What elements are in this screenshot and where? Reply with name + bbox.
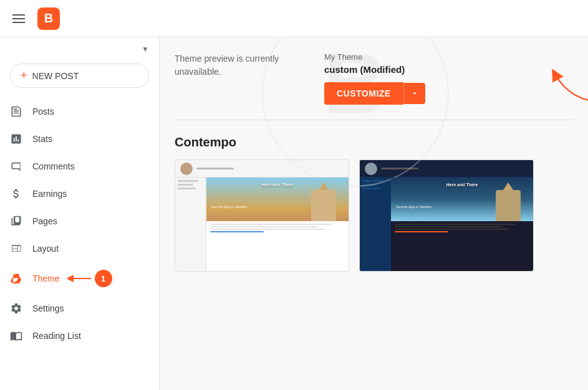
sidebar-item-reading-list-label: Reading List <box>32 331 81 341</box>
sidebar-item-theme[interactable]: Theme 1 <box>0 262 149 295</box>
plus-icon: + <box>21 69 27 82</box>
new-post-label: NEW POST <box>32 71 79 81</box>
card-main-light: Here and There Summer days in Santorini <box>206 178 349 271</box>
comments-icon <box>10 160 22 173</box>
chevron-down-icon[interactable]: ▼ <box>142 45 149 54</box>
sidebar-item-settings-label: Settings <box>32 303 64 313</box>
hamburger-menu[interactable] <box>7 9 30 28</box>
arrow-annotation-2: 2 <box>549 65 588 117</box>
card-header-dark <box>360 160 533 178</box>
sidebar-item-posts[interactable]: Posts <box>0 98 149 125</box>
my-theme-info: My Theme custom (Modified) CUSTOMIZE <box>324 52 425 105</box>
card-hero-title-dark: Here and There <box>446 183 478 187</box>
svg-rect-1 <box>12 224 20 226</box>
sidebar-item-pages-label: Pages <box>32 216 57 226</box>
theme-preview-card-dark[interactable]: Here and There Summer days in Santorini <box>359 159 534 272</box>
settings-icon <box>10 302 22 315</box>
card-hero-subtitle-light: Summer days in Santorini <box>211 205 247 209</box>
sidebar-item-layout[interactable]: Layout <box>0 235 149 262</box>
card-hero-dark: Here and There Summer days in Santorini <box>391 178 533 221</box>
blogger-logo[interactable]: B <box>37 7 60 30</box>
sidebar-item-comments-label: Comments <box>32 161 75 171</box>
card-text-area-light <box>206 221 349 236</box>
pages-icon <box>10 215 22 227</box>
sidebar-item-reading-list[interactable]: Reading List <box>0 322 149 350</box>
contempo-section: Contempo <box>175 135 573 272</box>
theme-preview-card-light[interactable]: Here and There Summer days in Santorini <box>175 159 349 272</box>
avatar-dark <box>365 163 377 175</box>
card-body-dark: Here and There Summer days in Santorini <box>360 178 533 271</box>
card-header-light <box>175 160 349 178</box>
layout-icon <box>10 242 22 255</box>
my-theme-name: custom (Modified) <box>324 64 425 75</box>
card-title-area <box>196 168 234 169</box>
customize-button[interactable]: CUSTOMIZE <box>324 82 403 105</box>
new-post-button[interactable]: + NEW POST <box>10 64 149 88</box>
posts-icon <box>10 105 22 118</box>
card-hero-light: Here and There Summer days in Santorini <box>206 178 349 221</box>
theme-previews: Here and There Summer days in Santorini <box>175 159 573 272</box>
content-area: Theme preview is currently unavailable. … <box>160 37 588 390</box>
building-dark <box>496 190 521 221</box>
svg-rect-0 <box>12 218 13 226</box>
card-hero-subtitle-dark: Summer days in Santorini <box>396 205 431 209</box>
theme-preview-section: Theme preview is currently unavailable. … <box>175 52 573 120</box>
sidebar-item-layout-label: Layout <box>32 244 59 254</box>
sidebar-item-stats-label: Stats <box>32 134 52 144</box>
theme-icon <box>10 272 22 285</box>
sidebar-item-pages[interactable]: Pages <box>0 207 149 235</box>
theme-arrow-container: Theme 1 <box>32 270 112 287</box>
top-bar: B <box>0 0 588 37</box>
sidebar: ▼ + NEW POST Posts Stats Comments <box>0 37 160 390</box>
building-light <box>311 190 336 221</box>
preview-unavailable-text: Theme preview is currently unavailable. <box>175 52 299 78</box>
card-text-area-dark <box>391 221 533 236</box>
sidebar-item-earnings-label: Earnings <box>32 189 67 199</box>
card-title-area-dark <box>381 168 418 169</box>
chevron-down-icon <box>410 89 419 98</box>
earnings-icon <box>10 188 22 200</box>
main-layout: ▼ + NEW POST Posts Stats Comments <box>0 37 588 390</box>
sidebar-item-posts-label: Posts <box>32 107 54 117</box>
sidebar-item-settings[interactable]: Settings <box>0 295 149 322</box>
sidebar-item-comments[interactable]: Comments <box>0 153 149 180</box>
card-body-light: Here and There Summer days in Santorini <box>175 178 349 271</box>
avatar-light <box>180 163 193 175</box>
my-theme-label: My Theme <box>324 52 425 62</box>
sidebar-item-earnings[interactable]: Earnings <box>0 180 149 207</box>
arrow-left-icon <box>67 272 92 285</box>
sidebar-item-stats[interactable]: Stats <box>0 125 149 153</box>
card-sidebar-dark <box>360 178 391 271</box>
sidebar-dropdown[interactable]: ▼ <box>0 42 159 59</box>
customize-btn-group: CUSTOMIZE <box>324 82 425 105</box>
customize-dropdown-button[interactable] <box>403 83 425 104</box>
card-hero-title-light: Here and There <box>262 183 294 187</box>
reading-list-icon <box>10 330 22 342</box>
card-main-dark: Here and There Summer days in Santorini <box>391 178 533 271</box>
badge-1: 1 <box>95 270 112 287</box>
contempo-title: Contempo <box>175 135 573 150</box>
sidebar-item-theme-label: Theme <box>32 273 60 283</box>
stats-icon <box>10 133 22 145</box>
card-sidebar-light <box>175 178 206 271</box>
